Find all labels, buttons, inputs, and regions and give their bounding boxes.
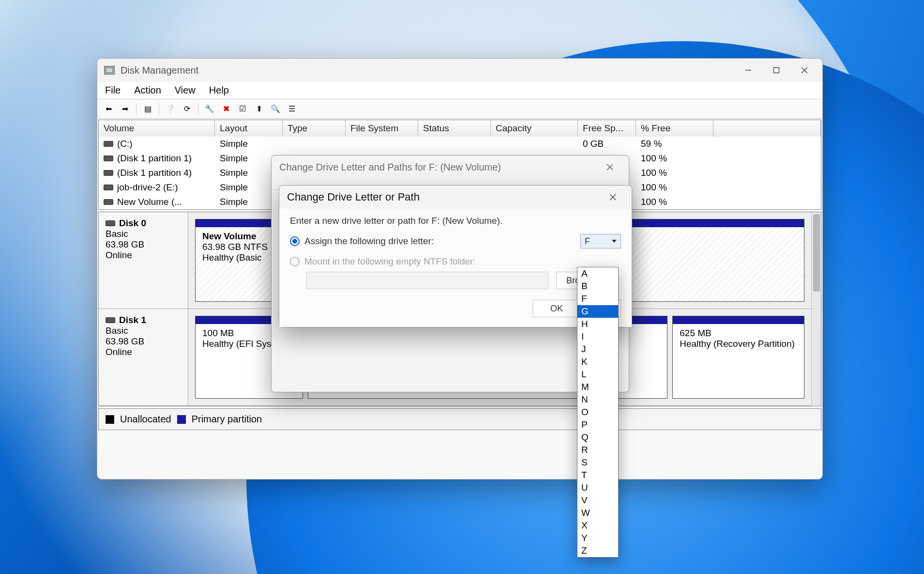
cell-volume: New Volume (...	[99, 197, 215, 207]
dropdown-item[interactable]: L	[577, 368, 618, 381]
dropdown-item[interactable]: Z	[577, 544, 618, 557]
cell-layout: Simple	[215, 139, 283, 149]
col-freespace[interactable]: Free Sp...	[578, 120, 636, 137]
help-button[interactable]: ❔	[163, 102, 178, 116]
close-icon[interactable]	[602, 187, 624, 207]
dropdown-item[interactable]: X	[577, 519, 618, 532]
mount-folder-radio[interactable]: Mount in the following empty NTFS folder…	[290, 256, 621, 267]
col-layout[interactable]: Layout	[215, 120, 283, 137]
menu-help[interactable]: Help	[209, 85, 229, 96]
dialog-title: Change Drive Letter or Path	[287, 191, 420, 203]
dropdown-item[interactable]: B	[577, 280, 618, 293]
assign-letter-radio[interactable]: Assign the following drive letter:	[290, 236, 434, 247]
vertical-scrollbar[interactable]	[811, 212, 821, 406]
col-status[interactable]: Status	[418, 120, 491, 137]
col-type[interactable]: Type	[283, 120, 346, 137]
col-pctfree[interactable]: % Free	[636, 120, 713, 137]
dropdown-item[interactable]: V	[577, 494, 618, 507]
disk-size: 63.98 GB	[106, 239, 181, 250]
forward-button[interactable]: ➡	[118, 102, 132, 116]
disk-type: Basic	[106, 326, 181, 336]
settings-button[interactable]: 🔧	[202, 102, 217, 116]
minimize-button[interactable]	[734, 61, 762, 80]
dropdown-item[interactable]: T	[577, 469, 618, 481]
dropdown-item[interactable]: R	[577, 444, 618, 456]
mount-folder-label: Mount in the following empty NTFS folder…	[304, 256, 476, 267]
cell-volume: (C:)	[99, 139, 215, 149]
disk-status: Online	[106, 347, 181, 357]
window-title: Disk Management	[121, 65, 198, 76]
disk-name: Disk 0	[106, 218, 181, 229]
action-button-2[interactable]: 🔍	[268, 102, 283, 116]
radio-icon	[290, 236, 300, 246]
radio-icon	[290, 257, 300, 266]
dropdown-item[interactable]: I	[577, 330, 618, 343]
dropdown-item[interactable]: G	[577, 305, 618, 318]
dropdown-item[interactable]: H	[577, 318, 618, 330]
dropdown-item[interactable]: P	[577, 419, 618, 431]
disk-icon	[104, 155, 113, 161]
cell-pctfree: 100 %	[636, 182, 713, 193]
partition-size: 625 MB	[680, 328, 797, 339]
legend-swatch-unallocated	[106, 415, 114, 424]
back-button[interactable]: ⬅	[101, 102, 116, 116]
toolbar: ⬅ ➡ ▤ ❔ ⟳ 🔧 ✖ ☑ ⬆ 🔍 ☰	[97, 99, 822, 119]
ok-button[interactable]: OK	[532, 300, 581, 317]
show-hide-console-tree-button[interactable]: ▤	[140, 102, 155, 116]
disk-icon	[106, 317, 115, 323]
action-button-3[interactable]: ☰	[285, 102, 299, 116]
drive-letter-dropdown[interactable]: ABFGHIJKLMNOPQRSTUVWXYZ	[577, 267, 619, 558]
col-capacity[interactable]: Capacity	[491, 120, 578, 137]
properties-button[interactable]: ☑	[235, 102, 250, 116]
dropdown-item[interactable]: M	[577, 381, 618, 393]
close-button[interactable]	[790, 61, 818, 80]
assign-letter-label: Assign the following drive letter:	[304, 236, 434, 247]
action-button-1[interactable]: ⬆	[252, 102, 266, 116]
menu-file[interactable]: File	[105, 85, 121, 96]
disk-icon	[104, 141, 113, 147]
cell-volume: (Disk 1 partition 1)	[99, 153, 215, 164]
dropdown-item[interactable]: U	[577, 481, 618, 494]
disk-icon	[104, 170, 113, 176]
menu-action[interactable]: Action	[134, 85, 161, 96]
dropdown-item[interactable]: S	[577, 456, 618, 469]
dropdown-item[interactable]: F	[577, 293, 618, 305]
dropdown-item[interactable]: K	[577, 356, 618, 368]
disk-status: Online	[106, 250, 181, 261]
refresh-button[interactable]: ⟳	[180, 102, 194, 116]
delete-button[interactable]: ✖	[219, 102, 233, 116]
disk-type: Basic	[106, 229, 181, 239]
app-icon	[104, 66, 115, 75]
mount-path-input	[306, 272, 548, 289]
legend-swatch-primary	[177, 415, 186, 424]
dropdown-item[interactable]: O	[577, 406, 618, 419]
dialog-prompt: Enter a new drive letter or path for F: …	[290, 216, 621, 226]
drive-letter-combobox[interactable]: F	[580, 234, 621, 248]
cell-pctfree: 100 %	[636, 153, 713, 164]
legend-label-unallocated: Unallocated	[120, 414, 171, 425]
cell-volume: (Disk 1 partition 4)	[99, 168, 215, 178]
legend: Unallocated Primary partition	[98, 408, 821, 430]
dropdown-item[interactable]: W	[577, 507, 618, 519]
disk-name: Disk 1	[106, 315, 181, 326]
maximize-button[interactable]	[762, 61, 790, 80]
table-row[interactable]: (C:)Simple0 GB59 %	[99, 137, 821, 151]
dialog-title: Change Drive Letter and Paths for F: (Ne…	[279, 162, 501, 173]
dropdown-item[interactable]: Y	[577, 532, 618, 544]
disk-icon	[104, 185, 113, 190]
col-filesystem[interactable]: File System	[346, 120, 418, 137]
dropdown-item[interactable]: Q	[577, 431, 618, 444]
disk-size: 63.98 GB	[106, 336, 181, 347]
partition-status: Healthy (Recovery Partition)	[680, 339, 797, 349]
disk-icon	[104, 199, 113, 205]
dropdown-item[interactable]: J	[577, 343, 618, 356]
column-headers: Volume Layout Type File System Status Ca…	[99, 120, 821, 137]
partition[interactable]: 625 MBHealthy (Recovery Partition)	[672, 316, 804, 399]
cell-freespace: 0 GB	[578, 139, 636, 149]
close-icon[interactable]	[599, 157, 621, 177]
col-volume[interactable]: Volume	[99, 120, 215, 137]
menu-view[interactable]: View	[175, 85, 196, 96]
dropdown-item[interactable]: A	[577, 267, 618, 280]
titlebar[interactable]: Disk Management	[97, 59, 822, 82]
dropdown-item[interactable]: N	[577, 393, 618, 406]
